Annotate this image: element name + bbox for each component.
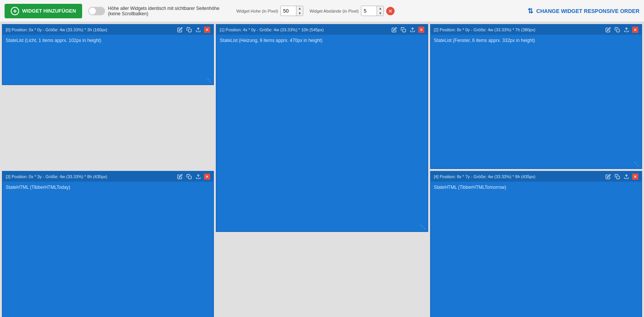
spacing-increment-btn[interactable]: ▲	[377, 6, 383, 11]
widget-resize-0[interactable]: ⋱	[205, 77, 211, 83]
widget-edit-btn-2[interactable]	[605, 26, 612, 33]
delete-icon-2	[633, 28, 637, 32]
svg-rect-8	[616, 29, 620, 32]
widget-actions-0	[176, 26, 210, 33]
height-spinner-input[interactable]: ▲ ▼	[280, 6, 303, 16]
delete-icon-4	[633, 175, 637, 179]
widget-position-0: [0] Position: 0x * 0y - Größe: 4w (33.33…	[6, 27, 107, 32]
widget-edit-btn-4[interactable]	[605, 173, 612, 180]
widget-panel-1: [1] Position: 4x * 0y - Größe: 4w (33.33…	[216, 24, 428, 232]
svg-rect-12	[189, 176, 192, 179]
svg-rect-16	[616, 176, 620, 179]
widget-content-text-2: StateList (Fenster, 6 items apprx. 332px…	[434, 38, 535, 43]
widget-delete-btn-0[interactable]	[204, 27, 210, 33]
spacing-decrement-btn[interactable]: ▼	[377, 11, 383, 16]
plus-circle-icon: +	[11, 7, 19, 15]
widget-header-4: [4] Position: 8x * 7y - Größe: 4w (33.33…	[431, 172, 641, 182]
export-icon-2	[624, 27, 629, 32]
toggle-label: Höhe aller Widgets identisch mit sichtba…	[108, 6, 230, 16]
edit-icon-0	[177, 27, 183, 32]
height-spinner-label: Widget Hohe (in Pixel)	[236, 9, 278, 13]
order-icon: ⇅	[527, 7, 533, 15]
widget-header-1: [1] Position: 4x * 0y - Größe: 4w (33.33…	[217, 25, 427, 35]
widget-edit-btn-3[interactable]	[176, 173, 183, 180]
clear-spacing-button[interactable]: ✕	[386, 7, 395, 15]
svg-rect-0	[189, 29, 192, 32]
widget-delete-btn-3[interactable]	[204, 174, 210, 180]
widget-edit-btn-1[interactable]	[391, 26, 398, 33]
copy-icon-1	[401, 27, 406, 32]
widget-copy-btn-1[interactable]	[400, 26, 407, 33]
height-toggle[interactable]	[88, 7, 105, 15]
edit-icon-1	[392, 27, 397, 32]
copy-icon-2	[615, 27, 620, 32]
edit-icon-4	[605, 174, 611, 179]
widget-edit-btn-0[interactable]	[176, 26, 183, 33]
height-spinner-group: Widget Hohe (in Pixel) ▲ ▼	[236, 6, 303, 16]
widget-content-1: StateList (Heizung, 9 items apprx. 470px…	[217, 35, 427, 46]
widget-delete-btn-1[interactable]	[418, 27, 424, 33]
widget-grid: [0] Position: 0x * 0y - Größe: 4w (33.33…	[0, 22, 644, 317]
copy-icon-3	[186, 174, 192, 179]
export-icon-3	[196, 174, 201, 179]
spacing-spinner-buttons: ▲ ▼	[377, 6, 383, 16]
delete-icon-0	[205, 28, 209, 32]
widget-header-2: [2] Position: 8x * 0y - Größe: 4w (33.33…	[431, 25, 641, 35]
widget-header-3: [3] Position: 0x * 3y - Größe: 4w (33.33…	[3, 172, 213, 182]
widget-content-text-4: StateHTML (TibberHTMLTomorrow)	[434, 185, 506, 190]
widget-actions-1	[391, 26, 424, 33]
widget-position-1: [1] Position: 4x * 0y - Größe: 4w (33.33…	[220, 27, 324, 32]
widget-content-4: StateHTML (TibberHTMLTomorrow)	[431, 182, 641, 193]
widget-content-text-0: StateList (Licht, 1 items apprx. 102px i…	[6, 38, 101, 43]
widget-copy-btn-0[interactable]	[186, 26, 193, 33]
widget-actions-3	[176, 173, 210, 180]
widget-header-0: [0] Position: 0x * 0y - Größe: 4w (33.33…	[3, 25, 213, 35]
widget-position-2: [2] Position: 8x * 0y - Größe: 4w (33.33…	[434, 27, 536, 32]
add-widget-button[interactable]: + WIDGET HINZUFÜGEN	[5, 4, 82, 18]
widget-export-btn-1[interactable]	[409, 26, 416, 33]
widget-content-text-3: StateHTML (TibberHTMLToday)	[6, 185, 70, 190]
widget-resize-2[interactable]: ⋱	[634, 161, 639, 167]
export-icon-0	[196, 27, 201, 32]
widget-panel-4: [4] Position: 8x * 7y - Größe: 4w (33.33…	[430, 171, 642, 317]
height-increment-btn[interactable]: ▲	[296, 6, 303, 11]
spacing-spinner-input[interactable]: ▲ ▼	[361, 6, 384, 16]
export-icon-1	[410, 27, 415, 32]
widget-content-text-1: StateList (Heizung, 9 items apprx. 470px…	[220, 38, 322, 43]
spacing-spinner-group: Widget Abstände (in Pixel) ▲ ▼ ✕	[309, 6, 395, 16]
widget-export-btn-3[interactable]	[195, 173, 202, 180]
copy-icon-4	[615, 174, 620, 179]
widget-export-btn-4[interactable]	[623, 173, 630, 180]
export-icon-4	[624, 174, 629, 179]
widget-actions-4	[605, 173, 638, 180]
widget-content-0: StateList (Licht, 1 items apprx. 102px i…	[3, 35, 213, 46]
spacing-spinner-label: Widget Abstände (in Pixel)	[309, 9, 359, 13]
widget-content-2: StateList (Fenster, 6 items apprx. 332px…	[431, 35, 641, 46]
widget-copy-btn-2[interactable]	[614, 26, 621, 33]
add-widget-label: WIDGET HINZUFÜGEN	[22, 8, 76, 14]
widget-panel-3: [3] Position: 0x * 3y - Größe: 4w (33.33…	[2, 171, 214, 317]
toggle-container: Höhe aller Widgets identisch mit sichtba…	[88, 6, 230, 16]
edit-icon-2	[605, 27, 611, 32]
height-value-input[interactable]	[281, 7, 296, 15]
edit-icon-3	[177, 174, 183, 179]
delete-icon-1	[419, 28, 423, 32]
svg-rect-4	[403, 29, 406, 32]
widget-position-3: [3] Position: 0x * 3y - Größe: 4w (33.33…	[6, 174, 107, 179]
widget-delete-btn-4[interactable]	[632, 174, 638, 180]
copy-icon-0	[186, 27, 192, 32]
widget-resize-1[interactable]: ⋱	[420, 224, 425, 230]
delete-icon-3	[205, 175, 209, 179]
widget-delete-btn-2[interactable]	[632, 27, 638, 33]
widget-export-btn-0[interactable]	[195, 26, 202, 33]
widget-copy-btn-3[interactable]	[186, 173, 193, 180]
height-spinner-buttons: ▲ ▼	[296, 6, 303, 16]
widget-position-4: [4] Position: 8x * 7y - Größe: 4w (33.33…	[434, 174, 536, 179]
height-decrement-btn[interactable]: ▼	[296, 11, 303, 16]
widget-export-btn-2[interactable]	[623, 26, 630, 33]
spacing-value-input[interactable]	[361, 7, 377, 15]
toolbar: + WIDGET HINZUFÜGEN Höhe aller Widgets i…	[0, 0, 644, 22]
widget-panel-0: [0] Position: 0x * 0y - Größe: 4w (33.33…	[2, 24, 214, 85]
change-order-button[interactable]: ⇅ CHANGE WIDGET RESPONSIVE ORDER	[527, 7, 639, 15]
widget-copy-btn-4[interactable]	[614, 173, 621, 180]
